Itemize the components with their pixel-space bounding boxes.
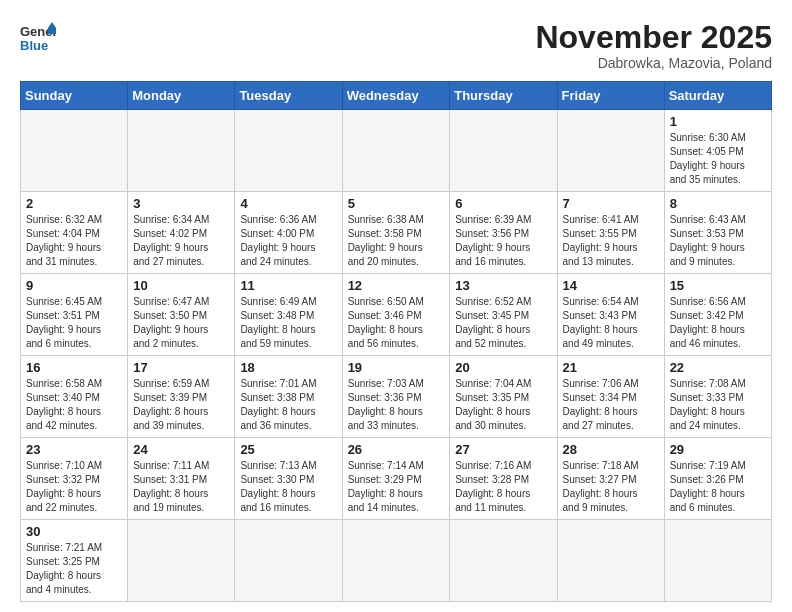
day-info: Sunrise: 7:10 AM Sunset: 3:32 PM Dayligh…: [26, 459, 122, 515]
calendar-day-cell: 28Sunrise: 7:18 AM Sunset: 3:27 PM Dayli…: [557, 438, 664, 520]
weekday-header-row: SundayMondayTuesdayWednesdayThursdayFrid…: [21, 82, 772, 110]
day-info: Sunrise: 7:16 AM Sunset: 3:28 PM Dayligh…: [455, 459, 551, 515]
day-number: 25: [240, 442, 336, 457]
day-number: 14: [563, 278, 659, 293]
weekday-header-friday: Friday: [557, 82, 664, 110]
day-info: Sunrise: 7:03 AM Sunset: 3:36 PM Dayligh…: [348, 377, 445, 433]
calendar-day-cell: [342, 520, 450, 602]
calendar-week-row: 9Sunrise: 6:45 AM Sunset: 3:51 PM Daylig…: [21, 274, 772, 356]
day-info: Sunrise: 6:32 AM Sunset: 4:04 PM Dayligh…: [26, 213, 122, 269]
day-info: Sunrise: 6:58 AM Sunset: 3:40 PM Dayligh…: [26, 377, 122, 433]
calendar-day-cell: [664, 520, 771, 602]
day-number: 24: [133, 442, 229, 457]
calendar-day-cell: 14Sunrise: 6:54 AM Sunset: 3:43 PM Dayli…: [557, 274, 664, 356]
day-number: 10: [133, 278, 229, 293]
calendar-day-cell: 22Sunrise: 7:08 AM Sunset: 3:33 PM Dayli…: [664, 356, 771, 438]
calendar-day-cell: 26Sunrise: 7:14 AM Sunset: 3:29 PM Dayli…: [342, 438, 450, 520]
weekday-header-saturday: Saturday: [664, 82, 771, 110]
calendar-day-cell: [450, 110, 557, 192]
day-number: 2: [26, 196, 122, 211]
calendar-day-cell: 5Sunrise: 6:38 AM Sunset: 3:58 PM Daylig…: [342, 192, 450, 274]
day-info: Sunrise: 6:54 AM Sunset: 3:43 PM Dayligh…: [563, 295, 659, 351]
day-number: 4: [240, 196, 336, 211]
day-info: Sunrise: 6:45 AM Sunset: 3:51 PM Dayligh…: [26, 295, 122, 351]
weekday-header-thursday: Thursday: [450, 82, 557, 110]
day-number: 8: [670, 196, 766, 211]
day-number: 12: [348, 278, 445, 293]
day-info: Sunrise: 7:06 AM Sunset: 3:34 PM Dayligh…: [563, 377, 659, 433]
calendar-day-cell: 24Sunrise: 7:11 AM Sunset: 3:31 PM Dayli…: [128, 438, 235, 520]
day-info: Sunrise: 7:01 AM Sunset: 3:38 PM Dayligh…: [240, 377, 336, 433]
day-number: 30: [26, 524, 122, 539]
logo-icon: General Blue: [20, 20, 56, 56]
calendar-day-cell: 7Sunrise: 6:41 AM Sunset: 3:55 PM Daylig…: [557, 192, 664, 274]
calendar-day-cell: 25Sunrise: 7:13 AM Sunset: 3:30 PM Dayli…: [235, 438, 342, 520]
day-info: Sunrise: 6:38 AM Sunset: 3:58 PM Dayligh…: [348, 213, 445, 269]
location-subtitle: Dabrowka, Mazovia, Poland: [535, 55, 772, 71]
calendar-week-row: 1Sunrise: 6:30 AM Sunset: 4:05 PM Daylig…: [21, 110, 772, 192]
calendar-day-cell: [557, 520, 664, 602]
calendar-day-cell: [235, 520, 342, 602]
svg-marker-3: [48, 28, 56, 34]
day-number: 27: [455, 442, 551, 457]
day-info: Sunrise: 6:30 AM Sunset: 4:05 PM Dayligh…: [670, 131, 766, 187]
calendar-day-cell: [557, 110, 664, 192]
calendar-day-cell: [21, 110, 128, 192]
day-info: Sunrise: 7:13 AM Sunset: 3:30 PM Dayligh…: [240, 459, 336, 515]
svg-text:Blue: Blue: [20, 38, 48, 53]
day-number: 18: [240, 360, 336, 375]
calendar-day-cell: 3Sunrise: 6:34 AM Sunset: 4:02 PM Daylig…: [128, 192, 235, 274]
day-info: Sunrise: 6:36 AM Sunset: 4:00 PM Dayligh…: [240, 213, 336, 269]
calendar-day-cell: 6Sunrise: 6:39 AM Sunset: 3:56 PM Daylig…: [450, 192, 557, 274]
calendar-day-cell: 19Sunrise: 7:03 AM Sunset: 3:36 PM Dayli…: [342, 356, 450, 438]
calendar-week-row: 30Sunrise: 7:21 AM Sunset: 3:25 PM Dayli…: [21, 520, 772, 602]
calendar-day-cell: 16Sunrise: 6:58 AM Sunset: 3:40 PM Dayli…: [21, 356, 128, 438]
calendar-day-cell: 27Sunrise: 7:16 AM Sunset: 3:28 PM Dayli…: [450, 438, 557, 520]
day-number: 1: [670, 114, 766, 129]
day-info: Sunrise: 6:47 AM Sunset: 3:50 PM Dayligh…: [133, 295, 229, 351]
calendar-day-cell: [128, 110, 235, 192]
weekday-header-monday: Monday: [128, 82, 235, 110]
day-info: Sunrise: 7:04 AM Sunset: 3:35 PM Dayligh…: [455, 377, 551, 433]
calendar-week-row: 23Sunrise: 7:10 AM Sunset: 3:32 PM Dayli…: [21, 438, 772, 520]
month-title: November 2025: [535, 20, 772, 55]
day-info: Sunrise: 7:11 AM Sunset: 3:31 PM Dayligh…: [133, 459, 229, 515]
day-number: 28: [563, 442, 659, 457]
day-number: 9: [26, 278, 122, 293]
calendar-day-cell: [342, 110, 450, 192]
day-number: 23: [26, 442, 122, 457]
day-info: Sunrise: 6:39 AM Sunset: 3:56 PM Dayligh…: [455, 213, 551, 269]
calendar-day-cell: 21Sunrise: 7:06 AM Sunset: 3:34 PM Dayli…: [557, 356, 664, 438]
day-number: 29: [670, 442, 766, 457]
calendar-day-cell: [235, 110, 342, 192]
calendar-day-cell: 12Sunrise: 6:50 AM Sunset: 3:46 PM Dayli…: [342, 274, 450, 356]
day-number: 7: [563, 196, 659, 211]
calendar-day-cell: 17Sunrise: 6:59 AM Sunset: 3:39 PM Dayli…: [128, 356, 235, 438]
calendar-week-row: 16Sunrise: 6:58 AM Sunset: 3:40 PM Dayli…: [21, 356, 772, 438]
weekday-header-wednesday: Wednesday: [342, 82, 450, 110]
calendar-day-cell: 29Sunrise: 7:19 AM Sunset: 3:26 PM Dayli…: [664, 438, 771, 520]
calendar-day-cell: 10Sunrise: 6:47 AM Sunset: 3:50 PM Dayli…: [128, 274, 235, 356]
calendar-day-cell: [128, 520, 235, 602]
day-info: Sunrise: 6:52 AM Sunset: 3:45 PM Dayligh…: [455, 295, 551, 351]
day-info: Sunrise: 7:18 AM Sunset: 3:27 PM Dayligh…: [563, 459, 659, 515]
day-info: Sunrise: 7:19 AM Sunset: 3:26 PM Dayligh…: [670, 459, 766, 515]
day-number: 3: [133, 196, 229, 211]
day-number: 22: [670, 360, 766, 375]
calendar-day-cell: 20Sunrise: 7:04 AM Sunset: 3:35 PM Dayli…: [450, 356, 557, 438]
day-number: 6: [455, 196, 551, 211]
day-info: Sunrise: 6:56 AM Sunset: 3:42 PM Dayligh…: [670, 295, 766, 351]
calendar-day-cell: 15Sunrise: 6:56 AM Sunset: 3:42 PM Dayli…: [664, 274, 771, 356]
calendar-day-cell: 1Sunrise: 6:30 AM Sunset: 4:05 PM Daylig…: [664, 110, 771, 192]
day-number: 13: [455, 278, 551, 293]
day-info: Sunrise: 6:59 AM Sunset: 3:39 PM Dayligh…: [133, 377, 229, 433]
day-info: Sunrise: 7:08 AM Sunset: 3:33 PM Dayligh…: [670, 377, 766, 433]
weekday-header-sunday: Sunday: [21, 82, 128, 110]
calendar-day-cell: 8Sunrise: 6:43 AM Sunset: 3:53 PM Daylig…: [664, 192, 771, 274]
calendar-week-row: 2Sunrise: 6:32 AM Sunset: 4:04 PM Daylig…: [21, 192, 772, 274]
day-info: Sunrise: 6:43 AM Sunset: 3:53 PM Dayligh…: [670, 213, 766, 269]
calendar-day-cell: 13Sunrise: 6:52 AM Sunset: 3:45 PM Dayli…: [450, 274, 557, 356]
day-info: Sunrise: 6:50 AM Sunset: 3:46 PM Dayligh…: [348, 295, 445, 351]
day-number: 26: [348, 442, 445, 457]
calendar-day-cell: 23Sunrise: 7:10 AM Sunset: 3:32 PM Dayli…: [21, 438, 128, 520]
